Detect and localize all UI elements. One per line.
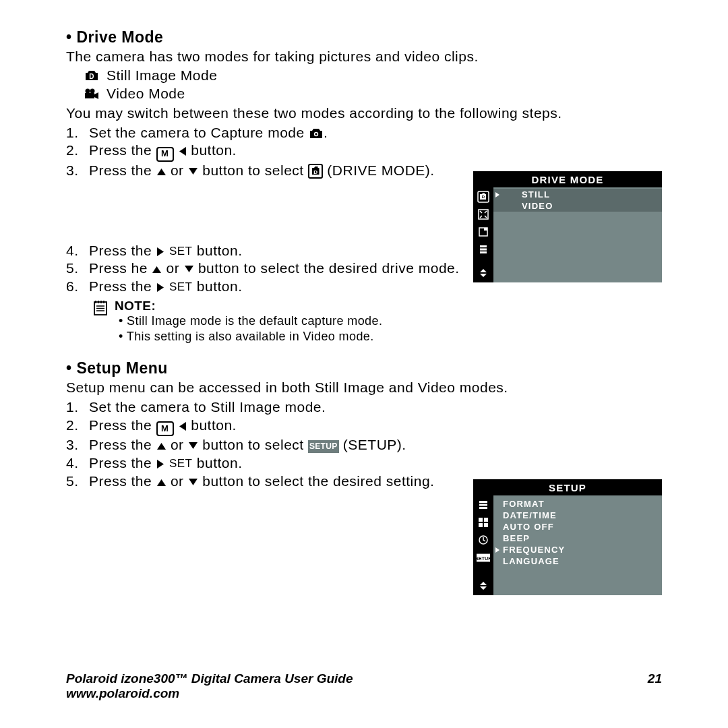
- drive-mode-heading: • Drive Mode: [66, 28, 662, 47]
- drive-sidebar-card-icon: [477, 225, 490, 239]
- setup-step-2: 2. Press the M button.: [66, 417, 662, 436]
- left-triangle-icon: [178, 421, 187, 431]
- note-bullet-1: • Still Image mode is the default captur…: [119, 313, 382, 329]
- down-triangle-icon: [188, 167, 198, 176]
- drive-step-1: 1. Set the camera to Capture mode .: [66, 124, 662, 142]
- setup-menu-row-format: FORMAT: [493, 498, 662, 510]
- footer-url: www.polaroid.com: [66, 686, 353, 701]
- still-image-mode-label: Still Image Mode: [107, 67, 217, 85]
- svg-text:SETUP: SETUP: [477, 555, 490, 561]
- setup-step-3: 3. Press the or button to select SETUP (…: [66, 436, 662, 454]
- drive-mode-menu-panel: DRIVE MODE D STILL VIDEO: [473, 171, 662, 282]
- drive-step-2: 2. Press the M button.: [66, 142, 662, 161]
- setup-menu-header: SETUP: [473, 479, 662, 495]
- drive-menu-row-still: STILL: [493, 189, 662, 200]
- down-triangle-icon: [184, 265, 194, 274]
- drive-menu-label-video: VIDEO: [503, 201, 662, 211]
- svg-text:D: D: [89, 73, 94, 80]
- up-triangle-icon: [156, 478, 166, 487]
- svg-rect-3: [85, 93, 94, 98]
- down-triangle-icon: [188, 442, 198, 450]
- setup-sidebar-setup-icon: SETUP: [477, 551, 490, 564]
- drive-mode-menu-header: DRIVE MODE: [473, 171, 662, 187]
- drive-sidebar-expand-icon: [477, 208, 490, 221]
- note-block: NOTE: • Still Image mode is the default …: [66, 299, 662, 344]
- svg-rect-14: [479, 518, 483, 522]
- drive-switch-intro: You may switch between these two modes a…: [66, 104, 662, 123]
- m-button-icon: M: [156, 147, 174, 162]
- setup-step-4: 4. Press the SET button.: [66, 454, 662, 473]
- video-camera-icon: [84, 88, 100, 100]
- down-triangle-icon: [188, 478, 198, 487]
- svg-point-1: [86, 89, 90, 94]
- notepad-icon: [93, 300, 108, 316]
- m-button-icon: M: [156, 421, 174, 436]
- svg-rect-17: [484, 523, 488, 527]
- svg-rect-16: [479, 523, 483, 527]
- svg-text:D: D: [313, 169, 317, 175]
- svg-point-5: [315, 133, 317, 135]
- drive-sidebar-updown-icon: [477, 266, 490, 280]
- setup-menu-row-datetime: DATE/TIME: [493, 510, 662, 521]
- setup-sidebar-updown-icon: [477, 579, 490, 593]
- up-triangle-icon: [152, 265, 162, 274]
- setup-menu-row-beep: BEEP: [493, 533, 662, 544]
- setup-menu-panel: SETUP SETUP FORMAT DATE/TIME AUTO OFF BE…: [473, 479, 662, 595]
- svg-rect-15: [484, 518, 488, 522]
- setup-sidebar-icon-1: [477, 498, 490, 512]
- note-bullet-2: • This setting is also available in Vide…: [119, 329, 382, 344]
- note-label: NOTE:: [115, 299, 382, 313]
- still-image-mode-row: D Still Image Mode: [84, 67, 662, 85]
- up-triangle-icon: [156, 167, 166, 176]
- page-footer: Polaroid izone300™ Digital Camera User G…: [66, 671, 662, 701]
- setup-menu-heading: • Setup Menu: [66, 359, 662, 377]
- setup-sidebar-icon-3: [477, 533, 490, 547]
- footer-title: Polaroid izone300™ Digital Camera User G…: [66, 671, 353, 686]
- right-triangle-icon: [156, 247, 165, 257]
- video-mode-row: Video Mode: [84, 85, 662, 103]
- up-triangle-icon: [156, 442, 166, 450]
- setup-menu-intro: Setup menu can be accessed in both Still…: [66, 379, 662, 397]
- d-camera-icon: D: [84, 69, 100, 82]
- setup-step-1: 1. Set the camera to Still Image mode.: [66, 398, 662, 417]
- drive-menu-label-still: STILL: [503, 189, 662, 200]
- setup-chip-icon: SETUP: [308, 440, 339, 452]
- drive-sidebar-setup-icon: [477, 243, 490, 256]
- setup-menu-row-language: LANGUAGE: [493, 555, 662, 567]
- right-triangle-icon: [156, 459, 165, 469]
- drive-sidebar-d-icon: D: [477, 190, 490, 204]
- camera-icon: [309, 127, 324, 140]
- setup-sidebar-icon-2: [477, 516, 490, 529]
- setup-menu-row-autooff: AUTO OFF: [493, 521, 662, 533]
- svg-text:D: D: [482, 195, 485, 199]
- left-triangle-icon: [178, 146, 187, 156]
- right-triangle-icon: [156, 282, 165, 293]
- svg-rect-12: [484, 228, 487, 231]
- svg-point-2: [90, 89, 95, 94]
- video-mode-label: Video Mode: [107, 85, 185, 103]
- d-box-icon: D: [308, 164, 323, 179]
- drive-mode-intro: The camera has two modes for taking pict…: [66, 48, 662, 66]
- setup-menu-row-frequency: FREQUENCY: [493, 544, 662, 555]
- footer-page-number: 21: [648, 671, 662, 686]
- drive-menu-row-video: VIDEO: [493, 200, 662, 212]
